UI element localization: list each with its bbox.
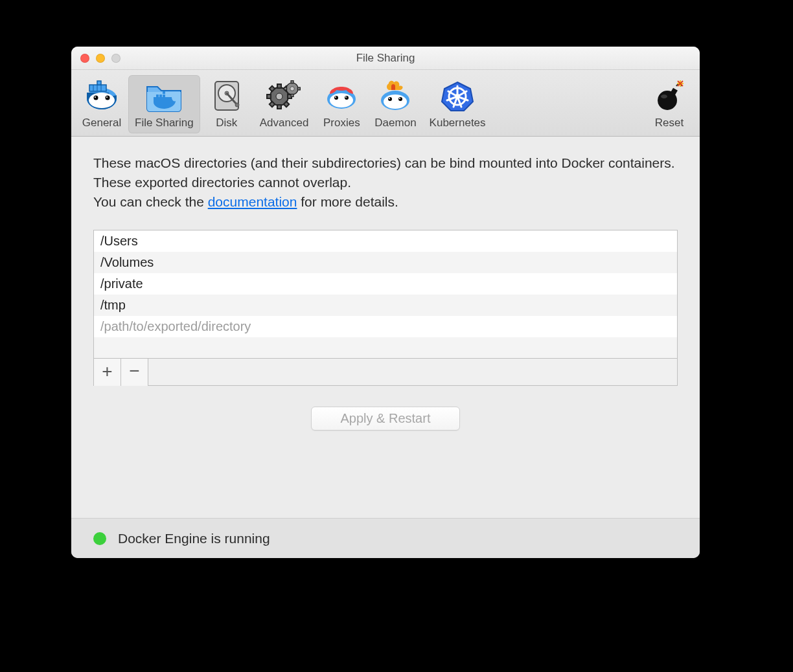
svg-point-43	[384, 95, 407, 109]
svg-point-19	[235, 103, 239, 107]
svg-rect-13	[159, 95, 162, 97]
description-text: These macOS directories (and their subdi…	[93, 153, 678, 212]
whale-mask-icon	[321, 78, 362, 114]
svg-rect-14	[163, 95, 165, 97]
add-path-button[interactable]	[94, 359, 121, 386]
svg-point-2	[89, 93, 115, 108]
svg-rect-33	[291, 94, 293, 96]
svg-rect-11	[97, 81, 101, 85]
status-indicator-icon	[93, 532, 106, 545]
svg-rect-12	[156, 95, 159, 97]
tab-label: General	[82, 117, 121, 129]
svg-rect-24	[267, 95, 271, 98]
svg-point-41	[345, 96, 347, 98]
svg-rect-7	[89, 85, 106, 91]
tab-label: Disk	[216, 117, 237, 129]
tab-disk[interactable]: Disk	[200, 75, 253, 133]
path-row[interactable]: /Volumes	[94, 252, 677, 273]
path-empty-row	[94, 337, 677, 358]
svg-point-3	[94, 96, 98, 100]
svg-point-38	[334, 96, 338, 100]
status-text: Docker Engine is running	[118, 531, 270, 546]
kubernetes-icon	[437, 78, 477, 114]
svg-rect-34	[284, 87, 286, 90]
tab-kubernetes[interactable]: Kubernetes	[423, 75, 492, 133]
status-bar: Docker Engine is running	[71, 518, 700, 558]
svg-point-39	[335, 96, 336, 98]
svg-point-40	[345, 96, 349, 100]
bomb-icon	[649, 78, 689, 114]
path-row[interactable]: /Users	[94, 230, 677, 252]
svg-point-6	[106, 96, 108, 98]
svg-rect-22	[277, 84, 281, 88]
tab-daemon[interactable]: Daemon	[368, 75, 422, 133]
preferences-toolbar: General File Shari	[71, 70, 700, 137]
whale-icon	[82, 78, 122, 114]
tab-label: Reset	[655, 117, 684, 129]
path-placeholder-row[interactable]: /path/to/exported/directory	[94, 316, 677, 337]
svg-rect-23	[277, 105, 281, 109]
svg-point-44	[388, 97, 392, 101]
tab-proxies[interactable]: Proxies	[315, 75, 368, 133]
documentation-link[interactable]: documentation	[208, 194, 297, 209]
tab-label: File Sharing	[135, 117, 194, 129]
disk-icon	[207, 78, 247, 114]
remove-path-button[interactable]	[121, 359, 148, 386]
svg-rect-35	[297, 87, 300, 90]
tab-label: Daemon	[374, 117, 416, 129]
svg-rect-15	[163, 91, 165, 94]
description-line2-prefix: You can check the	[93, 194, 208, 209]
folder-whale-icon	[144, 78, 184, 114]
description-line1: These macOS directories (and their subdi…	[93, 155, 675, 190]
svg-rect-32	[291, 81, 293, 84]
svg-point-46	[398, 97, 402, 101]
svg-point-4	[95, 96, 96, 98]
tab-label: Kubernetes	[430, 117, 486, 129]
svg-point-31	[290, 87, 294, 91]
tab-general[interactable]: General	[75, 75, 128, 133]
path-row[interactable]: /tmp	[94, 295, 677, 316]
list-button-bar	[94, 358, 677, 385]
svg-point-45	[389, 98, 390, 99]
path-row[interactable]: /private	[94, 273, 677, 295]
preferences-window: File Sharing	[71, 47, 700, 558]
tab-label: Advanced	[260, 117, 309, 129]
tab-reset[interactable]: Reset	[643, 75, 696, 133]
svg-point-37	[330, 93, 353, 107]
content-area: These macOS directories (and their subdi…	[71, 137, 700, 518]
window-title: File Sharing	[71, 52, 700, 65]
whale-fire-icon	[375, 78, 415, 114]
shared-paths-list: /Users /Volumes /private /tmp /path/to/e…	[93, 230, 678, 386]
titlebar: File Sharing	[71, 47, 700, 70]
svg-point-59	[661, 95, 667, 98]
svg-point-47	[399, 98, 400, 99]
tab-label: Proxies	[323, 117, 360, 129]
svg-point-21	[276, 93, 282, 100]
description-line2-suffix: for more details.	[297, 194, 398, 209]
apply-restart-button[interactable]: Apply & Restart	[311, 407, 460, 431]
gears-icon	[264, 78, 305, 114]
tab-advanced[interactable]: Advanced	[253, 75, 316, 133]
tab-file-sharing[interactable]: File Sharing	[128, 75, 200, 133]
svg-point-5	[106, 96, 110, 100]
